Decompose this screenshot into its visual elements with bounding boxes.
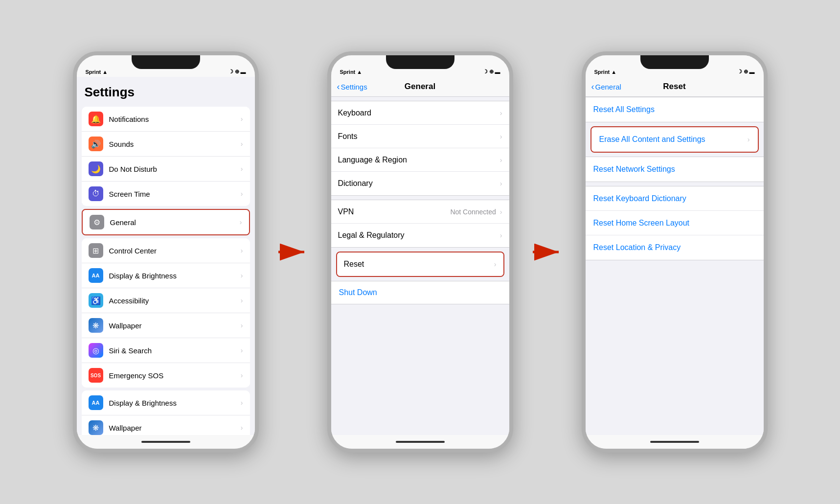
wallpaper-label: Wallpaper xyxy=(109,321,241,330)
arrow-2-container xyxy=(528,242,567,262)
chevron-screentime: › xyxy=(241,190,243,198)
display2-label: Display & Brightness xyxy=(109,399,241,407)
moon-icon-2: ☽ xyxy=(483,69,488,75)
chevron-sounds: › xyxy=(241,140,243,148)
chevron-fonts: › xyxy=(500,133,502,140)
reset-list[interactable]: Reset All Settings Erase All Content and… xyxy=(586,97,764,435)
gen-item-fonts[interactable]: Fonts › xyxy=(331,125,509,148)
sounds-icon: 🔊 xyxy=(89,137,103,151)
general-highlighted-group: ⚙ General › xyxy=(82,209,250,235)
chevron-display2: › xyxy=(241,399,243,407)
nav-back-3[interactable]: ‹ General xyxy=(591,82,621,92)
gen-item-vpn[interactable]: VPN Not Connected › xyxy=(331,200,509,224)
settings-list[interactable]: 🔔 Notifications › 🔊 Sounds › 🌙 Do Not Di… xyxy=(77,104,255,435)
chevron-language: › xyxy=(500,156,502,164)
chevron-accessibility: › xyxy=(241,297,243,304)
shutdown-btn[interactable]: Shut Down xyxy=(331,281,509,304)
list-item-control[interactable]: ⊞ Control Center › xyxy=(82,238,250,263)
moon-icon-1: ☽ xyxy=(228,69,233,75)
list-item-sos[interactable]: SOS Emergency SOS › xyxy=(82,363,250,388)
keyboard-label: Keyboard xyxy=(338,109,500,117)
reset-item-home[interactable]: Reset Home Screen Layout xyxy=(586,211,764,235)
arrow-1-svg xyxy=(276,242,310,262)
control-label: Control Center xyxy=(109,247,241,255)
status-left-1: Sprint ▲ xyxy=(86,69,108,75)
reset-item-erase[interactable]: Erase All Content and Settings › xyxy=(591,127,758,152)
list-item-display2[interactable]: AA Display & Brightness › xyxy=(82,390,250,415)
list-item-accessibility[interactable]: ♿ Accessibility › xyxy=(82,288,250,313)
fonts-label: Fonts xyxy=(338,132,500,141)
chevron-display: › xyxy=(241,272,243,279)
list-item-notifications[interactable]: 🔔 Notifications › xyxy=(82,107,250,132)
gen-item-language[interactable]: Language & Region › xyxy=(331,148,509,172)
wallpaper-icon: ❋ xyxy=(89,318,103,333)
list-item-general[interactable]: ⚙ General › xyxy=(83,210,249,234)
reset-item-network[interactable]: Reset Network Settings xyxy=(586,157,764,182)
list-item-siri[interactable]: ◎ Siri & Search › xyxy=(82,338,250,363)
reset-keyboard-label: Reset Keyboard Dictionary xyxy=(593,194,756,203)
gen-item-legal[interactable]: Legal & Regulatory › xyxy=(331,224,509,247)
reset-group-3: Reset Keyboard Dictionary Reset Home Scr… xyxy=(586,186,764,260)
phone-3: Sprint ▲ ☽ ⊕ ▬ ‹ General Reset xyxy=(582,51,768,453)
nav-back-label-3: General xyxy=(595,83,621,91)
chevron-notifications: › xyxy=(241,115,243,123)
chevron-wallpaper2: › xyxy=(241,424,243,432)
display2-icon: AA xyxy=(89,395,103,410)
reset-home-label: Reset Home Screen Layout xyxy=(593,219,756,228)
battery-icon-2: ⊕ xyxy=(489,69,494,75)
list-item-screentime[interactable]: ⏱ Screen Time › xyxy=(82,182,250,206)
back-chevron-2: ‹ xyxy=(337,82,340,92)
general-list[interactable]: Keyboard › Fonts › Language & Region › D… xyxy=(331,97,509,435)
wifi-icon-2: ▲ xyxy=(357,69,362,75)
chevron-siri: › xyxy=(241,346,243,354)
gen-item-reset[interactable]: Reset › xyxy=(337,252,503,276)
reset-item-keyboard[interactable]: Reset Keyboard Dictionary xyxy=(586,186,764,211)
chevron-wallpaper: › xyxy=(241,321,243,329)
erase-label: Erase All Content and Settings xyxy=(599,135,748,144)
status-left-2: Sprint ▲ xyxy=(340,69,363,75)
wallpaper2-label: Wallpaper xyxy=(109,424,241,432)
gen-item-dictionary[interactable]: Dictionary › xyxy=(331,172,509,195)
vpn-label: VPN xyxy=(338,207,451,216)
carrier-1: Sprint xyxy=(86,69,101,75)
reset-group-1: Reset All Settings xyxy=(586,97,764,122)
gen-item-keyboard[interactable]: Keyboard › xyxy=(331,101,509,125)
arrow-2-svg xyxy=(530,242,565,262)
notch-1 xyxy=(132,55,200,69)
list-item-dnd[interactable]: 🌙 Do Not Disturb › xyxy=(82,157,250,182)
chevron-dnd: › xyxy=(241,165,243,173)
arrow-1 xyxy=(276,242,310,262)
phone-1: Sprint ▲ ☽ ⊕ ▬ Settings 🔔 Notifications xyxy=(73,51,259,453)
legal-label: Legal & Regulatory xyxy=(338,231,500,240)
status-right-1: ☽ ⊕ ▬ xyxy=(228,69,246,75)
carrier-2: Sprint xyxy=(340,69,356,75)
accessibility-label: Accessibility xyxy=(109,297,241,305)
list-item-wallpaper2[interactable]: ❋ Wallpaper › xyxy=(82,415,250,435)
list-item-display[interactable]: AA Display & Brightness › xyxy=(82,263,250,288)
nav-back-2[interactable]: ‹ Settings xyxy=(337,82,367,92)
status-right-3: ☽ ⊕ ▬ xyxy=(737,69,755,75)
sounds-label: Sounds xyxy=(109,140,241,148)
notch-2 xyxy=(386,55,454,69)
list-item-sounds[interactable]: 🔊 Sounds › xyxy=(82,132,250,157)
nav-back-label-2: Settings xyxy=(341,83,367,91)
notch-3 xyxy=(640,55,709,69)
phones-container: Sprint ▲ ☽ ⊕ ▬ Settings 🔔 Notifications xyxy=(63,42,777,462)
screen-3: ‹ General Reset Reset All Settings Erase… xyxy=(586,77,764,435)
settings-group-1: 🔔 Notifications › 🔊 Sounds › 🌙 Do Not Di… xyxy=(82,107,250,206)
screen-1: Settings 🔔 Notifications › 🔊 Sounds › xyxy=(77,77,255,435)
sos-icon: SOS xyxy=(89,368,103,383)
wifi-icon-3: ▲ xyxy=(611,69,616,75)
shutdown-label: Shut Down xyxy=(339,288,377,297)
nav-title-3: Reset xyxy=(663,82,685,92)
chevron-reset: › xyxy=(494,260,497,268)
reset-location-label: Reset Location & Privacy xyxy=(593,243,756,252)
reset-highlighted-group: Reset › xyxy=(336,252,504,277)
status-right-2: ☽ ⊕ ▬ xyxy=(483,69,500,75)
reset-item-location[interactable]: Reset Location & Privacy xyxy=(586,235,764,260)
siri-label: Siri & Search xyxy=(109,346,241,355)
reset-item-all[interactable]: Reset All Settings xyxy=(586,97,764,122)
list-item-wallpaper[interactable]: ❋ Wallpaper › xyxy=(82,313,250,338)
general-label: General xyxy=(110,218,240,227)
back-chevron-3: ‹ xyxy=(591,82,594,92)
